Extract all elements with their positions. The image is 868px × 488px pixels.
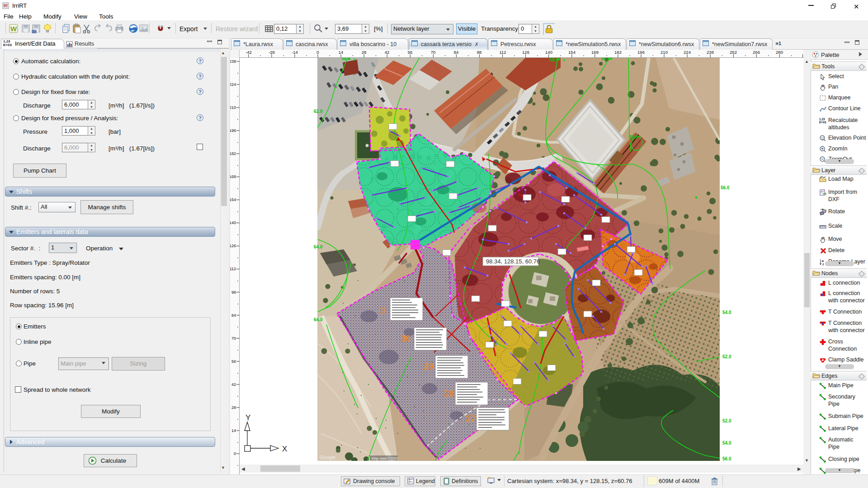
- svg-text:98.34, 128.15, 60.76: 98.34, 128.15, 60.76: [486, 258, 540, 265]
- svg-text:238: 238: [707, 50, 714, 55]
- svg-text:a: a: [822, 259, 824, 263]
- svg-text:196: 196: [230, 128, 236, 133]
- svg-text:28: 28: [231, 405, 236, 410]
- svg-text:168: 168: [591, 50, 599, 55]
- svg-text:56: 56: [408, 50, 413, 55]
- svg-text:224: 224: [230, 82, 236, 87]
- svg-text:54.0: 54.0: [722, 441, 731, 446]
- svg-text:Google: Google: [320, 455, 335, 460]
- svg-text:Y: Y: [245, 413, 250, 422]
- svg-text:30: 30: [401, 333, 410, 343]
- svg-text:52.0: 52.0: [722, 354, 731, 359]
- svg-text:X: X: [282, 445, 287, 453]
- svg-text:58.0: 58.0: [550, 58, 559, 62]
- svg-text:z: z: [822, 263, 824, 266]
- svg-text:84: 84: [231, 313, 236, 318]
- svg-text:28: 28: [362, 50, 367, 55]
- svg-text:-42: -42: [245, 50, 252, 55]
- svg-text:56: 56: [231, 359, 236, 364]
- svg-text:64.0: 64.0: [314, 317, 323, 322]
- svg-text:dxf: dxf: [821, 190, 824, 193]
- svg-text:238: 238: [230, 59, 236, 64]
- svg-text:-14: -14: [292, 50, 298, 55]
- svg-text:98: 98: [477, 50, 482, 55]
- svg-text:84: 84: [454, 50, 459, 55]
- svg-text:Q: Q: [821, 136, 824, 140]
- svg-text:3: 3: [380, 305, 385, 315]
- svg-text:29: 29: [424, 361, 434, 371]
- svg-text:28: 28: [444, 389, 454, 399]
- svg-text:0: 0: [234, 451, 236, 456]
- svg-text:E+03: E+03: [819, 121, 826, 124]
- svg-text:112: 112: [499, 50, 506, 55]
- svg-text:56.0: 56.0: [722, 456, 731, 461]
- svg-text:280: 280: [776, 50, 783, 55]
- svg-text:126: 126: [522, 50, 529, 55]
- svg-text:126: 126: [230, 244, 236, 248]
- svg-text:182: 182: [614, 50, 622, 55]
- svg-text:14: 14: [339, 50, 344, 55]
- svg-text:210: 210: [230, 105, 236, 110]
- svg-text:154: 154: [568, 50, 576, 55]
- svg-text:182: 182: [230, 151, 236, 156]
- svg-text:52.0: 52.0: [722, 418, 731, 423]
- svg-text:70: 70: [431, 50, 436, 55]
- svg-text:58.0: 58.0: [629, 135, 638, 140]
- svg-text:266: 266: [753, 50, 760, 55]
- svg-text:62.0: 62.0: [314, 109, 323, 114]
- svg-text:140: 140: [230, 221, 236, 225]
- svg-text:112: 112: [230, 267, 236, 271]
- svg-text:-28: -28: [269, 50, 275, 55]
- svg-text:64.0: 64.0: [314, 244, 323, 249]
- svg-text:154: 154: [230, 197, 236, 202]
- svg-text:58.0: 58.0: [601, 58, 610, 61]
- svg-text:54.0: 54.0: [722, 310, 731, 315]
- svg-text:56.0: 56.0: [721, 185, 730, 190]
- svg-text:W: W: [10, 25, 17, 33]
- svg-text:58.0: 58.0: [341, 58, 350, 61]
- svg-text:42: 42: [385, 50, 390, 55]
- svg-text:196: 196: [637, 50, 645, 55]
- svg-text:140: 140: [545, 50, 552, 55]
- svg-text:27: 27: [466, 413, 476, 423]
- svg-text:14: 14: [231, 428, 236, 433]
- svg-text:Map data ©2022: Map data ©2022: [372, 456, 399, 460]
- svg-text:210: 210: [660, 50, 668, 55]
- svg-text:70: 70: [231, 336, 236, 341]
- svg-text:0: 0: [316, 50, 319, 55]
- svg-text:42: 42: [231, 382, 236, 387]
- svg-text:98: 98: [231, 290, 236, 295]
- svg-text:224: 224: [684, 50, 691, 55]
- svg-text:168: 168: [230, 174, 236, 179]
- svg-text:252: 252: [730, 50, 737, 55]
